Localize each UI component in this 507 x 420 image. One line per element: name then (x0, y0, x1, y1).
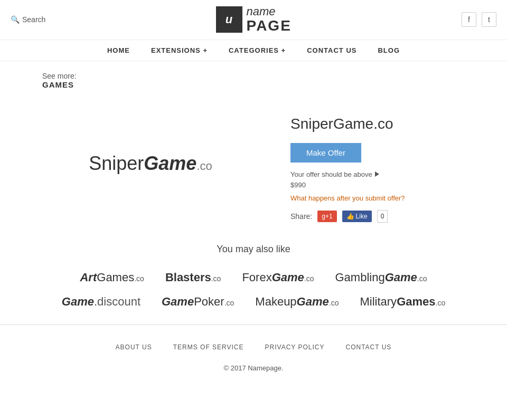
similar-domain-artgames[interactable]: ArtGames.co (80, 271, 144, 284)
search-label: Search (22, 15, 45, 24)
gplus-button[interactable]: g+1 (317, 211, 336, 222)
nav-home[interactable]: HOME (107, 46, 130, 54)
see-more-label: See more: (42, 72, 77, 80)
fb-like-button[interactable]: 👍 Like (342, 211, 372, 222)
make-offer-button[interactable]: Make Offer (290, 143, 361, 163)
arrow-icon (375, 171, 379, 177)
copyright-year: © 2017 (224, 364, 246, 372)
similar-domain-blasters[interactable]: Blasters.co (165, 271, 221, 284)
nav-extensions[interactable]: EXTENSIONS + (151, 46, 208, 54)
footer-nav: ABOUT US TERMS OF SERVICE PRIVACY POLICY… (0, 336, 507, 359)
main-nav: HOME EXTENSIONS + CATEGORIES + CONTACT U… (0, 40, 507, 61)
logo-name: name (247, 5, 292, 18)
similar-domain-makeupgame[interactable]: MakeupGame.co (255, 295, 339, 309)
logo-text: name PAGE (247, 5, 292, 34)
similar-domain-forexgame[interactable]: ForexGame.co (242, 271, 314, 284)
facebook-icon[interactable]: f (462, 12, 476, 27)
logo[interactable]: u name PAGE (216, 5, 292, 34)
footer-copyright: © 2017 Namepage. (0, 359, 507, 388)
domain-logo: SniperGame.co (42, 105, 259, 223)
footer-divider (0, 324, 507, 325)
logo-icon: u (216, 6, 242, 33)
twitter-icon[interactable]: t (482, 12, 496, 27)
share-row: Share: g+1 👍 Like 0 (290, 210, 465, 223)
nav-blog[interactable]: BLOG (378, 46, 400, 54)
similar-domain-militarygames[interactable]: MilitaryGames.co (360, 295, 445, 309)
footer-contact[interactable]: CONTACT US (345, 343, 391, 351)
fb-count: 0 (377, 210, 388, 223)
also-like-title: You may also like (42, 244, 465, 255)
domain-title: SniperGame.co (290, 116, 465, 132)
main-content: SniperGame.co SniperGame.co Make Offer Y… (0, 94, 507, 233)
share-label: Share: (290, 212, 312, 221)
fb-thumb-icon: 👍 (346, 213, 354, 220)
breadcrumb-category[interactable]: GAMES (42, 80, 74, 89)
search-icon: 🔍 (11, 15, 20, 24)
logo-page: PAGE (247, 18, 292, 34)
similar-domain-gamepoker[interactable]: GamePoker.co (162, 295, 234, 309)
breadcrumb: See more: GAMES (0, 61, 507, 94)
search-button[interactable]: 🔍 Search (11, 15, 45, 24)
nav-categories[interactable]: CATEGORIES + (229, 46, 286, 54)
brand-link[interactable]: Namepage. (248, 364, 283, 372)
fb-like-label: Like (356, 213, 368, 220)
domain-info: SniperGame.co Make Offer Your offer shou… (290, 105, 465, 223)
footer-privacy[interactable]: PRIVACY POLICY (265, 343, 325, 351)
footer-terms[interactable]: TERMS OF SERVICE (173, 343, 244, 351)
offer-amount: $990 (290, 181, 465, 189)
nav-contact[interactable]: CONTACT US (307, 46, 356, 54)
offer-link[interactable]: What happens after you submit offer? (290, 194, 465, 202)
social-links: f t (462, 12, 496, 27)
offer-hint: Your offer should be above (290, 170, 465, 178)
domain-brand-text: SniperGame.co (89, 152, 212, 175)
similar-domains-grid: ArtGames.co Blasters.co ForexGame.co Gam… (42, 271, 465, 309)
similar-domain-gamblinggame[interactable]: GamblingGame.co (335, 271, 427, 284)
gplus-label: g+1 (322, 213, 332, 220)
footer-about[interactable]: ABOUT US (116, 343, 152, 351)
header: 🔍 Search u name PAGE f t (0, 0, 507, 40)
similar-domain-gamediscount[interactable]: Game.discount (62, 295, 140, 309)
also-like-section: You may also like ArtGames.co Blasters.c… (0, 233, 507, 324)
